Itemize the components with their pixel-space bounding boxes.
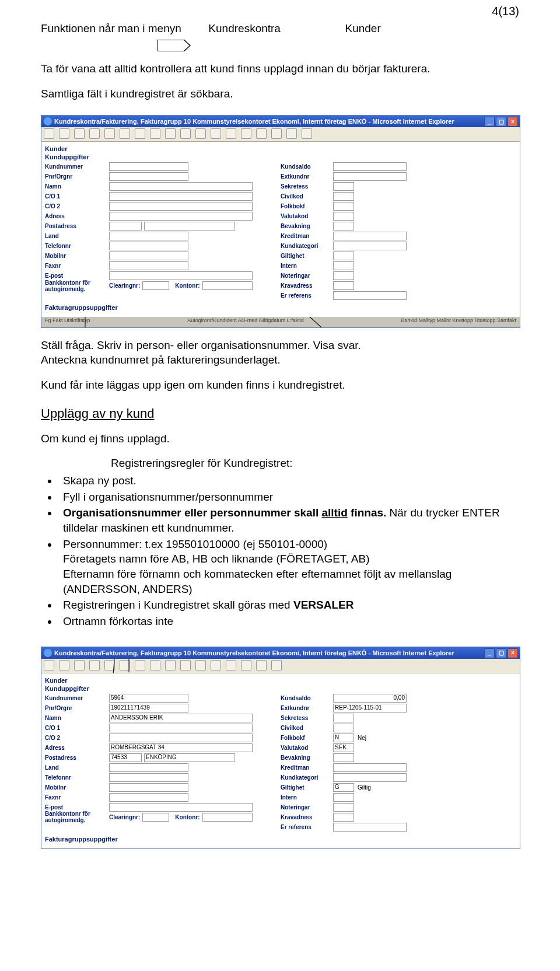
toolbar-btn[interactable] <box>150 128 160 139</box>
input-co2[interactable] <box>109 202 253 211</box>
input-kontonr[interactable] <box>202 281 253 290</box>
toolbar-btn[interactable] <box>74 128 85 139</box>
input-postnr[interactable]: 74533 <box>109 753 142 762</box>
screenshot-window-2: Kundreskontra/Fakturering, Fakturagrupp … <box>41 647 520 849</box>
toolbar-btn[interactable] <box>241 660 251 670</box>
toolbar-btn[interactable] <box>74 660 85 670</box>
input-clearing[interactable] <box>142 281 169 290</box>
toolbar-btn[interactable] <box>89 660 100 670</box>
toolbar-btn[interactable] <box>120 128 130 139</box>
toolbar-btn[interactable] <box>120 660 130 670</box>
toolbar-btn[interactable] <box>256 128 267 139</box>
input-folkbokf-code[interactable]: N <box>333 734 354 742</box>
input-giltighet-code[interactable]: G <box>333 783 354 792</box>
toolbar-btn[interactable] <box>135 128 145 139</box>
input-noteringar[interactable] <box>333 803 354 812</box>
close-icon[interactable]: × <box>508 117 518 127</box>
input-noteringar[interactable] <box>333 271 354 280</box>
input-pnr[interactable]: 190211171439 <box>109 704 188 712</box>
toolbar-btn[interactable] <box>165 128 176 139</box>
input-fax[interactable] <box>109 793 188 802</box>
input-kontonr[interactable] <box>202 813 253 822</box>
input-telefon[interactable] <box>109 242 188 250</box>
toolbar-btn[interactable] <box>226 660 236 670</box>
input-kreditman[interactable] <box>333 232 407 240</box>
toolbar-btn[interactable] <box>180 660 191 670</box>
input-bevakning[interactable] <box>333 753 354 762</box>
input-sekretess[interactable] <box>333 714 354 722</box>
input-postort[interactable] <box>144 222 235 230</box>
status-mid: Autogironr/Kundident AG-med Giltigdatum … <box>187 317 304 327</box>
input-civilkod[interactable] <box>333 192 354 201</box>
input-intern[interactable] <box>333 793 354 802</box>
toolbar-btn[interactable] <box>44 128 54 139</box>
input-co1[interactable] <box>109 724 253 732</box>
input-valutakod[interactable]: SEK <box>333 743 354 752</box>
input-bevakning[interactable] <box>333 222 354 230</box>
input-adress[interactable] <box>109 212 253 221</box>
toolbar-btn[interactable] <box>286 128 297 139</box>
minimize-icon[interactable]: _ <box>484 648 495 658</box>
input-land[interactable] <box>109 232 188 240</box>
input-namn[interactable]: ANDERSSON ERIK <box>109 714 253 722</box>
toolbar-btn[interactable] <box>211 128 221 139</box>
input-co2[interactable] <box>109 734 253 742</box>
toolbar-btn[interactable] <box>256 660 267 670</box>
toolbar-btn[interactable] <box>59 660 69 670</box>
input-pnr[interactable] <box>109 172 188 181</box>
input-kundkategori[interactable] <box>333 773 407 782</box>
toolbar-btn[interactable] <box>165 660 176 670</box>
input-postnr[interactable] <box>109 222 142 230</box>
input-kundnummer[interactable] <box>109 162 188 171</box>
input-adress[interactable]: ROMBERGSGAT 34 <box>109 743 253 752</box>
input-kundkategori[interactable] <box>333 242 407 250</box>
input-mobil[interactable] <box>109 783 188 792</box>
input-sekretess[interactable] <box>333 182 354 191</box>
input-kundnummer[interactable]: 5964 <box>109 694 188 703</box>
input-co1[interactable] <box>109 192 253 201</box>
toolbar-btn[interactable] <box>135 660 145 670</box>
toolbar-btn[interactable] <box>271 128 282 139</box>
maximize-icon[interactable]: ▢ <box>496 648 506 658</box>
input-kravadress[interactable] <box>333 281 354 290</box>
input-erreferens[interactable] <box>333 291 407 300</box>
input-extkundnr[interactable] <box>333 172 407 181</box>
toolbar-btn[interactable] <box>195 128 206 139</box>
toolbar-btn[interactable] <box>241 128 251 139</box>
close-icon[interactable]: × <box>508 648 518 658</box>
toolbar-btn[interactable] <box>180 128 191 139</box>
input-intern[interactable] <box>333 261 354 270</box>
toolbar-btn[interactable] <box>89 128 100 139</box>
input-kravadress[interactable] <box>333 813 354 822</box>
input-postort[interactable]: ENKÖPING <box>144 753 235 762</box>
toolbar-btn[interactable] <box>195 660 206 670</box>
input-clearing[interactable] <box>142 813 169 822</box>
input-mobil[interactable] <box>109 252 188 260</box>
input-erreferens[interactable] <box>333 823 407 832</box>
input-folkbokf[interactable] <box>333 202 354 211</box>
maximize-icon[interactable]: ▢ <box>496 117 506 127</box>
input-civilkod[interactable] <box>333 724 354 732</box>
input-kreditman[interactable] <box>333 763 407 772</box>
input-giltighet[interactable] <box>333 252 354 260</box>
toolbar-btn[interactable] <box>104 660 115 670</box>
toolbar-btn[interactable] <box>104 128 115 139</box>
toolbar-btn[interactable] <box>211 660 221 670</box>
toolbar-btn[interactable] <box>44 660 54 670</box>
toolbar-btn[interactable] <box>271 660 282 670</box>
input-extkundnr[interactable]: REP-1205-115-01 <box>333 704 407 712</box>
input-valutakod[interactable] <box>333 212 354 221</box>
input-kundsaldo[interactable] <box>333 162 407 171</box>
input-telefon[interactable] <box>109 773 188 782</box>
toolbar-btn[interactable] <box>302 128 312 139</box>
input-namn[interactable] <box>109 182 253 191</box>
input-kundsaldo[interactable]: 0,00 <box>333 694 407 703</box>
input-epost[interactable] <box>109 271 253 280</box>
input-land[interactable] <box>109 763 188 772</box>
input-epost[interactable] <box>109 803 253 812</box>
toolbar-btn[interactable] <box>59 128 69 139</box>
minimize-icon[interactable]: _ <box>484 117 495 127</box>
input-fax[interactable] <box>109 261 188 270</box>
toolbar-btn[interactable] <box>226 128 236 139</box>
toolbar-btn[interactable] <box>150 660 160 670</box>
